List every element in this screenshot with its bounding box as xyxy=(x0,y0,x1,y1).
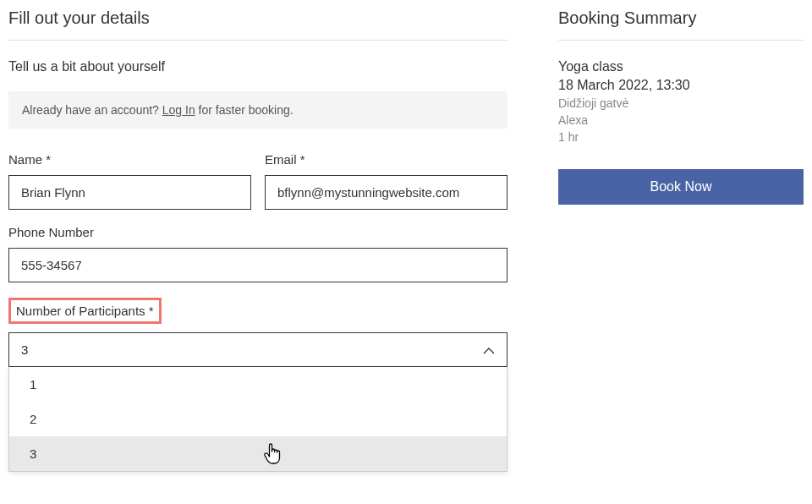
book-now-button[interactable]: Book Now xyxy=(558,169,804,205)
phone-input[interactable] xyxy=(8,248,508,282)
summary-staff: Alexa xyxy=(558,113,804,127)
participants-option-3-label: 3 xyxy=(30,446,36,461)
form-subtitle: Tell us a bit about yourself xyxy=(8,59,508,74)
login-link[interactable]: Log In xyxy=(162,103,195,117)
participants-select[interactable]: 3 xyxy=(8,332,508,367)
chevron-up-icon xyxy=(483,342,495,357)
phone-label: Phone Number xyxy=(8,225,508,239)
account-banner: Already have an account? Log In for fast… xyxy=(8,91,508,129)
summary-duration: 1 hr xyxy=(558,130,804,144)
participants-selected-value: 3 xyxy=(21,342,28,357)
summary-datetime: 18 March 2022, 13:30 xyxy=(558,78,804,93)
form-title: Fill out your details xyxy=(8,8,508,41)
summary-service: Yoga class xyxy=(558,59,804,74)
name-label: Name * xyxy=(8,152,251,167)
participants-option-3[interactable]: 3 xyxy=(9,436,507,471)
participants-label: Number of Participants * xyxy=(8,298,162,324)
participants-option-2[interactable]: 2 xyxy=(9,402,507,436)
summary-location: Didžioji gatvė xyxy=(558,96,804,110)
email-label: Email * xyxy=(265,152,508,167)
participants-option-1[interactable]: 1 xyxy=(9,367,507,402)
cursor-pointer-icon xyxy=(263,443,282,465)
account-banner-prefix: Already have an account? xyxy=(22,103,162,117)
account-banner-suffix: for faster booking. xyxy=(195,103,294,117)
summary-title: Booking Summary xyxy=(558,8,804,41)
name-input[interactable] xyxy=(8,175,251,210)
email-input[interactable] xyxy=(265,175,508,210)
participants-dropdown-list: 1 2 3 xyxy=(8,367,508,472)
